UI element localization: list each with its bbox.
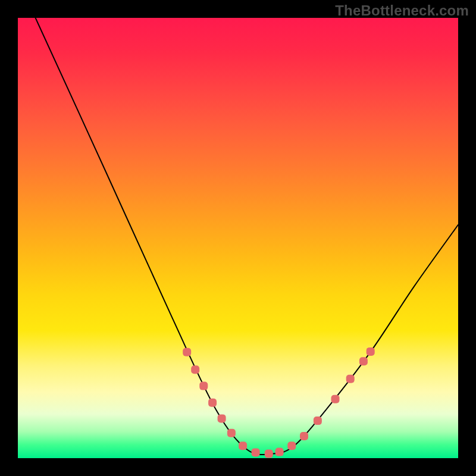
highlight-dot bbox=[191, 365, 199, 374]
highlight-dot bbox=[367, 347, 375, 356]
highlight-dot bbox=[239, 441, 247, 450]
dots-layer bbox=[18, 18, 458, 458]
highlight-dot bbox=[199, 382, 208, 390]
highlight-dot bbox=[346, 375, 355, 383]
highlight-dot bbox=[359, 357, 368, 365]
highlight-dot bbox=[275, 448, 284, 456]
highlight-dot bbox=[331, 395, 340, 403]
highlight-dot bbox=[265, 450, 273, 458]
highlight-dot bbox=[218, 414, 226, 422]
highlight-dot bbox=[314, 416, 322, 425]
highlight-dot bbox=[183, 348, 191, 356]
plot-area bbox=[18, 18, 458, 458]
highlight-dot bbox=[227, 429, 236, 437]
chart-frame: TheBottleneck.com bbox=[0, 0, 476, 476]
dots-group bbox=[183, 347, 375, 458]
plot-outer bbox=[18, 18, 458, 458]
highlight-dot bbox=[208, 399, 217, 407]
highlight-dot bbox=[252, 448, 260, 456]
highlight-dot bbox=[300, 432, 308, 440]
watermark-text: TheBottleneck.com bbox=[335, 2, 469, 19]
highlight-dot bbox=[287, 441, 296, 450]
